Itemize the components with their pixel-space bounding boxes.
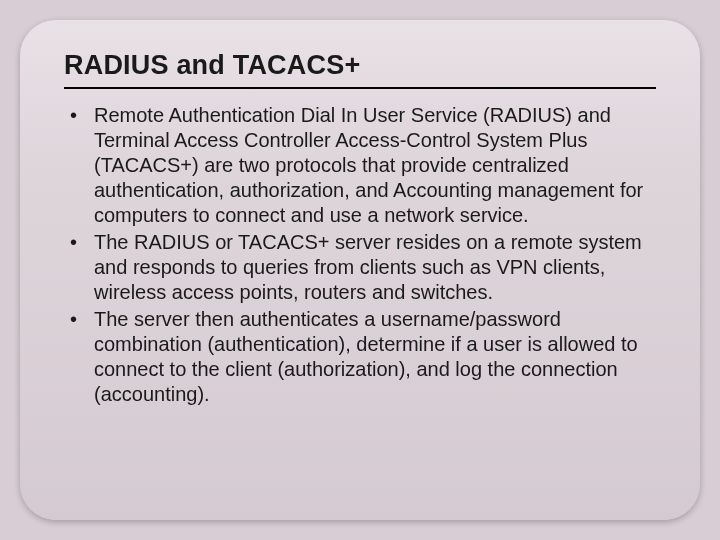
title-underline (64, 87, 656, 89)
list-item: The server then authenticates a username… (64, 307, 656, 407)
slide-frame: RADIUS and TACACS+ Remote Authentication… (20, 20, 700, 520)
list-item: Remote Authentication Dial In User Servi… (64, 103, 656, 228)
slide-title: RADIUS and TACACS+ (64, 50, 656, 81)
list-item: The RADIUS or TACACS+ server resides on … (64, 230, 656, 305)
bullet-list: Remote Authentication Dial In User Servi… (64, 103, 656, 407)
